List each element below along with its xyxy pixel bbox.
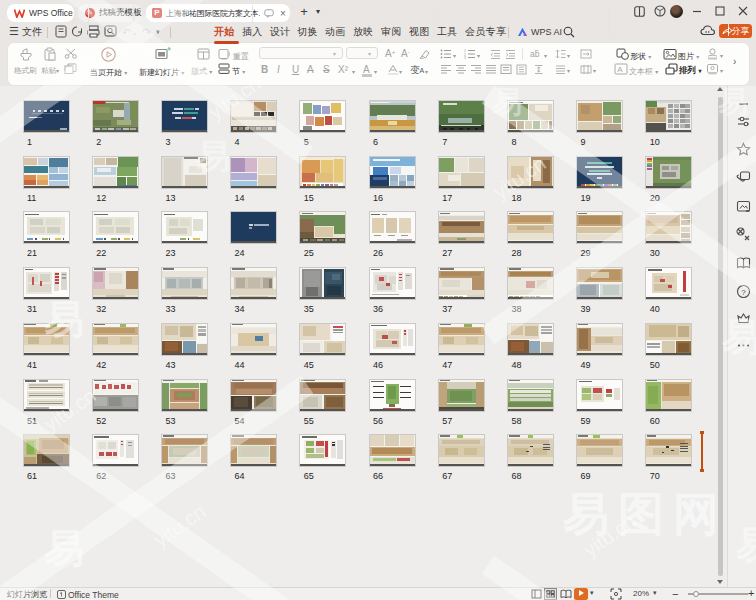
svg-text:?: ? — [741, 288, 746, 297]
svg-text:A: A — [617, 65, 623, 74]
svg-text:3: 3 — [464, 56, 466, 59]
